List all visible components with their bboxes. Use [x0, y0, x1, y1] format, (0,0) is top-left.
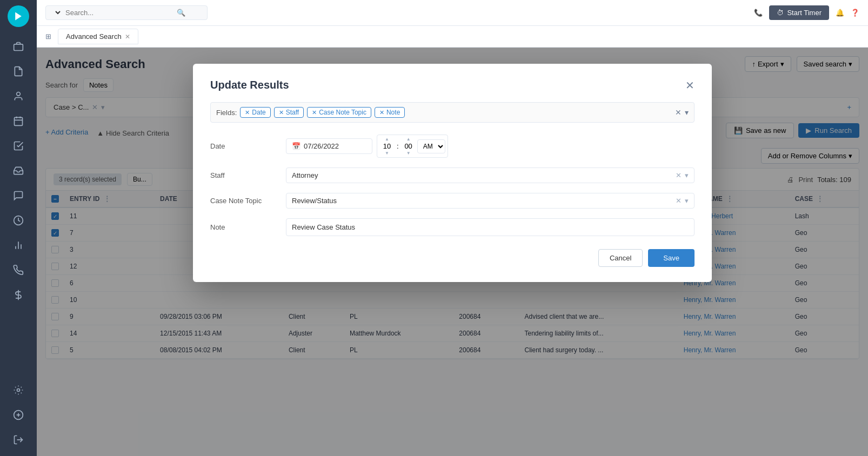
- fields-row: Fields: ✕ Date ✕ Staff ✕ Case Note Topic: [210, 102, 695, 123]
- notifications-icon[interactable]: 🔔: [836, 9, 844, 17]
- remove-date-tag-button[interactable]: ✕: [245, 109, 250, 116]
- search-input[interactable]: [65, 9, 173, 17]
- remove-staff-tag-button[interactable]: ✕: [279, 109, 284, 116]
- modal-overlay[interactable]: Update Results ✕ Fields: ✕ Date ✕ Staff: [37, 48, 868, 456]
- hour-input[interactable]: [379, 142, 395, 150]
- sidebar-item-billing[interactable]: [8, 284, 29, 306]
- sidebar-item-add[interactable]: [8, 404, 29, 426]
- hour-up-button[interactable]: ▲: [385, 136, 389, 142]
- field-tag-case-note-topic: ✕ Case Note Topic: [307, 107, 371, 118]
- fields-label: Fields:: [216, 109, 237, 117]
- topbar: All 🔍 📞 ⏱ Start Timer 🔔 ❓: [37, 0, 868, 26]
- search-filter-select[interactable]: All: [51, 8, 62, 17]
- sidebar-item-briefcase[interactable]: [8, 36, 29, 57]
- case-note-topic-field: Review/Status ✕ ▾: [286, 193, 695, 209]
- main-area: All 🔍 📞 ⏱ Start Timer 🔔 ❓ ⊞ Advanced Sea…: [37, 0, 868, 456]
- sidebar-item-tasks[interactable]: [8, 135, 29, 157]
- sidebar-item-reports[interactable]: [8, 234, 29, 256]
- remove-case-note-topic-tag-button[interactable]: ✕: [312, 109, 317, 116]
- minute-part: ▲ ▼: [401, 136, 416, 156]
- staff-field: Attorney ✕ ▾: [286, 167, 695, 183]
- field-tag-date: ✕ Date: [240, 107, 270, 118]
- close-tab-icon[interactable]: ✕: [125, 33, 130, 41]
- case-note-topic-dropdown-icon[interactable]: ▾: [685, 197, 689, 205]
- sidebar: [0, 0, 37, 456]
- remove-note-tag-button[interactable]: ✕: [379, 109, 384, 116]
- save-button[interactable]: Save: [648, 249, 695, 267]
- field-tag-staff: ✕ Staff: [274, 107, 304, 118]
- staff-clear-button[interactable]: ✕: [676, 171, 682, 179]
- ampm-select[interactable]: AM PM: [417, 139, 445, 153]
- grid-icon: ⊞: [45, 32, 51, 41]
- sidebar-item-clock[interactable]: [8, 210, 29, 231]
- page-content: Advanced Search ↑ Export ▾ Saved search …: [37, 48, 868, 456]
- sidebar-item-phone[interactable]: [8, 259, 29, 281]
- tab-advanced-search[interactable]: Advanced Search ✕: [58, 29, 138, 44]
- topbar-right: 📞 ⏱ Start Timer 🔔 ❓: [754, 5, 859, 20]
- case-note-topic-label: Case Note Topic: [210, 197, 286, 205]
- note-label: Note: [210, 223, 286, 231]
- date-form-row: Date 📅 07/26/2022 ▲ ▼: [210, 135, 695, 158]
- modal-footer: Cancel Save: [210, 249, 695, 267]
- modal-close-button[interactable]: ✕: [685, 80, 695, 91]
- date-input[interactable]: 📅 07/26/2022: [286, 138, 372, 154]
- hour-down-button[interactable]: ▼: [385, 150, 389, 156]
- svg-marker-0: [15, 12, 22, 21]
- sidebar-item-logout[interactable]: [8, 429, 29, 451]
- note-field: [286, 218, 695, 236]
- sidebar-item-document[interactable]: [8, 61, 29, 82]
- sidebar-item-chat[interactable]: [8, 185, 29, 206]
- sidebar-item-contacts[interactable]: [8, 85, 29, 107]
- start-timer-button[interactable]: ⏱ Start Timer: [769, 5, 829, 20]
- staff-select[interactable]: Attorney ✕ ▾: [286, 167, 695, 183]
- svg-point-12: [17, 389, 20, 392]
- date-group: 📅 07/26/2022 ▲ ▼ :: [286, 135, 695, 158]
- minute-down-button[interactable]: ▼: [406, 150, 411, 156]
- calendar-icon: 📅: [292, 142, 301, 150]
- case-note-topic-form-row: Case Note Topic Review/Status ✕ ▾: [210, 193, 695, 209]
- sidebar-item-calendar[interactable]: [8, 110, 29, 132]
- date-label: Date: [210, 142, 286, 150]
- search-icon: 🔍: [177, 9, 185, 17]
- field-tag-note: ✕ Note: [375, 107, 405, 118]
- time-group: ▲ ▼ : ▲ ▼: [377, 135, 448, 158]
- sidebar-bottom: [8, 379, 29, 451]
- sidebar-item-settings[interactable]: [8, 379, 29, 401]
- tab-bar: ⊞ Advanced Search ✕: [37, 26, 868, 48]
- time-colon: :: [396, 142, 400, 150]
- minute-input[interactable]: [401, 142, 416, 150]
- case-note-topic-value: Review/Status: [292, 197, 676, 205]
- update-results-modal: Update Results ✕ Fields: ✕ Date ✕ Staff: [193, 64, 712, 282]
- phone-icon[interactable]: 📞: [754, 9, 763, 17]
- case-note-topic-clear-button[interactable]: ✕: [676, 197, 682, 205]
- cancel-button[interactable]: Cancel: [598, 249, 643, 267]
- svg-rect-1: [14, 44, 23, 51]
- staff-form-row: Staff Attorney ✕ ▾: [210, 167, 695, 183]
- timer-icon: ⏱: [777, 9, 784, 17]
- note-input[interactable]: [286, 218, 695, 236]
- case-note-topic-select[interactable]: Review/Status ✕ ▾: [286, 193, 695, 209]
- note-form-row: Note: [210, 218, 695, 236]
- fields-dropdown-button[interactable]: ▾: [685, 108, 689, 117]
- staff-label: Staff: [210, 171, 286, 179]
- staff-dropdown-icon[interactable]: ▾: [685, 171, 689, 179]
- svg-rect-3: [15, 117, 23, 125]
- staff-value: Attorney: [292, 171, 676, 179]
- svg-point-2: [17, 92, 21, 96]
- app-logo[interactable]: [8, 5, 29, 27]
- modal-header: Update Results ✕: [210, 79, 695, 91]
- hour-part: ▲ ▼: [379, 136, 395, 156]
- help-icon[interactable]: ❓: [851, 9, 859, 17]
- sidebar-item-inbox[interactable]: [8, 160, 29, 182]
- fields-clear-button[interactable]: ✕: [675, 108, 682, 117]
- search-wrapper[interactable]: All 🔍: [45, 5, 208, 20]
- minute-up-button[interactable]: ▲: [406, 136, 411, 142]
- modal-title: Update Results: [210, 79, 289, 91]
